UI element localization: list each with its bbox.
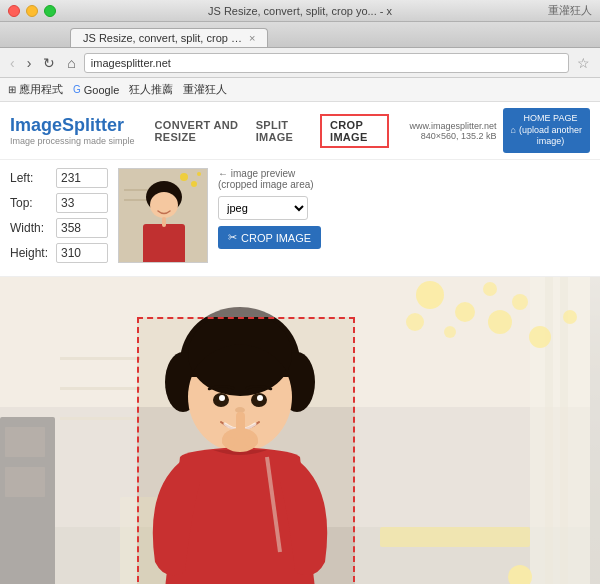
- logo-area: ImageSplitter Image processing made simp…: [10, 115, 135, 146]
- google-icon: G: [73, 84, 81, 95]
- top-input[interactable]: [56, 193, 108, 213]
- minimize-button[interactable]: [26, 5, 38, 17]
- bookmark-item2-label: 重灌狂人: [183, 82, 227, 97]
- nav-split[interactable]: SPLIT IMAGE: [256, 119, 305, 143]
- home-btn-label: HOME PAGE(upload anotherimage): [519, 113, 582, 148]
- top-label: Top:: [10, 196, 52, 210]
- width-label: Width:: [10, 221, 52, 235]
- canvas-area: [0, 277, 600, 584]
- address-text: imagesplitter.net: [91, 57, 171, 69]
- bookmark-google[interactable]: G Google: [73, 84, 119, 96]
- crop-section: Left: Top: Width: Height:: [0, 160, 600, 277]
- app-header: ImageSplitter Image processing made simp…: [0, 102, 600, 160]
- address-bar[interactable]: imagesplitter.net: [84, 53, 569, 73]
- title-bar-right: 重灌狂人: [548, 3, 592, 18]
- home-button[interactable]: ⌂: [63, 53, 79, 73]
- width-input[interactable]: [56, 218, 108, 238]
- dim-left: [0, 317, 137, 584]
- preview-controls: ← image preview(cropped image area) jpeg…: [218, 168, 321, 268]
- top-field-row: Top:: [10, 193, 108, 213]
- tab-label: JS Resize, convert, split, crop yo...: [83, 32, 243, 44]
- page-content: ImageSplitter Image processing made simp…: [0, 102, 600, 584]
- preview-arrow-icon: ←: [218, 168, 231, 179]
- left-input[interactable]: [56, 168, 108, 188]
- bookmark-apps[interactable]: ⊞ 應用程式: [8, 82, 63, 97]
- navigation-bar: ‹ › ↻ ⌂ imagesplitter.net ☆: [0, 48, 600, 78]
- url-info: www.imagesplitter.net 840×560, 135.2 kB: [409, 121, 496, 141]
- preview-text: image preview(cropped image area): [218, 168, 314, 190]
- nav-right: www.imagesplitter.net 840×560, 135.2 kB …: [409, 108, 590, 153]
- nav-convert[interactable]: CONVERT AND RESIZE: [155, 119, 241, 143]
- preview-thumbnail: [118, 168, 208, 263]
- preview-label: ← image preview(cropped image area): [218, 168, 321, 190]
- title-bar: JS Resize, convert, split, crop yo... - …: [0, 0, 600, 22]
- forward-button[interactable]: ›: [23, 53, 36, 73]
- bookmark-star-icon[interactable]: ☆: [573, 53, 594, 73]
- width-field-row: Width:: [10, 218, 108, 238]
- height-field-row: Height:: [10, 243, 108, 263]
- home-page-button[interactable]: ⌂ HOME PAGE(upload anotherimage): [503, 108, 591, 153]
- refresh-button[interactable]: ↻: [39, 53, 59, 73]
- crop-image-button[interactable]: ✂ CROP IMAGE: [218, 226, 321, 249]
- tab-close-icon[interactable]: ×: [249, 32, 255, 44]
- svg-rect-8: [143, 224, 185, 263]
- dim-top: [0, 277, 600, 317]
- close-button[interactable]: [8, 5, 20, 17]
- svg-point-5: [197, 172, 201, 176]
- dim-right: [355, 317, 600, 584]
- preview-svg: [119, 169, 208, 263]
- bookmarks-bar: ⊞ 應用程式 G Google 狂人推薦 重灌狂人: [0, 78, 600, 102]
- app-logo: ImageSplitter: [10, 115, 135, 136]
- bookmark-item1[interactable]: 狂人推薦: [129, 82, 173, 97]
- crop-btn-label: CROP IMAGE: [241, 232, 311, 244]
- app-nav: CONVERT AND RESIZE SPLIT IMAGE CROP IMAG…: [155, 114, 390, 148]
- crop-selection-box[interactable]: [137, 317, 355, 584]
- height-label: Height:: [10, 246, 52, 260]
- height-input[interactable]: [56, 243, 108, 263]
- format-select[interactable]: jpeg png gif webp: [218, 196, 308, 220]
- home-icon: ⌂: [511, 125, 516, 137]
- app-tagline: Image processing made simple: [10, 136, 135, 146]
- svg-point-4: [191, 181, 197, 187]
- bookmark-google-label: Google: [84, 84, 119, 96]
- bookmark-item1-label: 狂人推薦: [129, 82, 173, 97]
- crop-fields: Left: Top: Width: Height:: [10, 168, 108, 268]
- scissors-icon: ✂: [228, 231, 237, 244]
- tab-bar: JS Resize, convert, split, crop yo... ×: [0, 22, 600, 48]
- bookmark-apps-label: 應用程式: [19, 82, 63, 97]
- window-controls: [8, 5, 56, 17]
- left-field-row: Left:: [10, 168, 108, 188]
- apps-icon: ⊞: [8, 84, 16, 95]
- svg-rect-9: [162, 217, 166, 227]
- window-title: JS Resize, convert, split, crop yo... - …: [208, 5, 392, 17]
- maximize-button[interactable]: [44, 5, 56, 17]
- nav-crop[interactable]: CROP IMAGE: [320, 114, 389, 148]
- left-label: Left:: [10, 171, 52, 185]
- bookmark-item2[interactable]: 重灌狂人: [183, 82, 227, 97]
- svg-point-3: [180, 173, 188, 181]
- browser-tab[interactable]: JS Resize, convert, split, crop yo... ×: [70, 28, 268, 47]
- back-button[interactable]: ‹: [6, 53, 19, 73]
